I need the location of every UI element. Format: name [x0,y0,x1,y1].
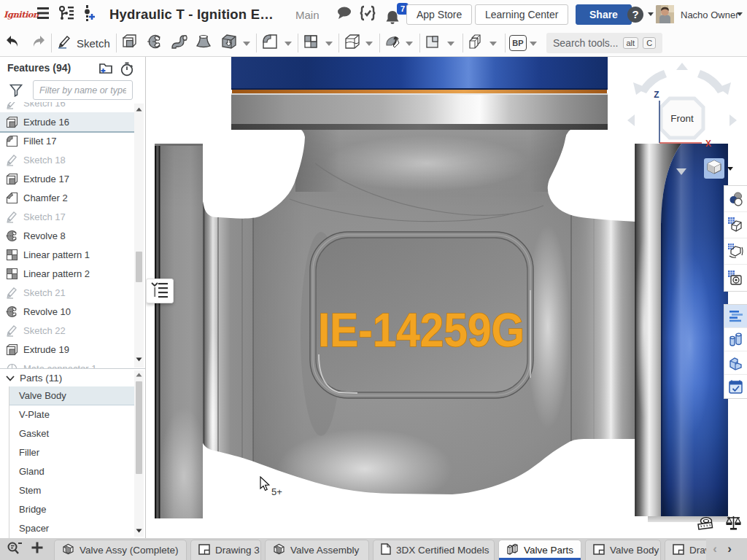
user-menu[interactable]: Nacho Owner [681,9,738,20]
plane-dropdown-caret[interactable] [447,42,454,46]
feature-row[interactable]: Chamfer 2 [0,188,134,207]
derived-dropdown-caret[interactable] [489,42,497,46]
element-tab[interactable]: Valve Assembly [265,540,369,560]
thicken-dropdown-caret[interactable] [243,42,250,46]
parts-scrollbar-thumb[interactable] [136,381,142,474]
part-row[interactable]: Valve Body [9,386,134,405]
rotate-right-arrow[interactable] [729,114,737,126]
part-row[interactable]: Stem [9,481,134,500]
sketch-button[interactable]: Sketch [58,32,110,54]
appearance-states-button[interactable] [724,186,747,212]
element-tab[interactable]: Drawing 3 [190,540,261,560]
feature-row[interactable]: Extrude 19 [0,340,134,359]
tab-manager-button[interactable] [4,540,23,559]
notifications-button[interactable]: 7 [384,5,402,26]
element-tab[interactable]: 3DX Certified Models [373,540,495,560]
undo-button[interactable] [4,32,20,54]
element-tab[interactable]: Draw [665,540,706,560]
rotate-cw-arc[interactable] [697,70,731,95]
gasket-orange-band[interactable] [232,90,607,93]
features-scrollbar[interactable] [134,104,144,368]
part-row[interactable]: V-Plate [9,405,134,424]
search-tools-box[interactable]: Search tools... alt C [546,33,662,53]
document-menu-button[interactable] [35,5,53,24]
part-row[interactable]: Gasket [9,424,134,443]
bonnet-flange-band[interactable] [231,93,608,125]
left-flange[interactable] [155,144,209,538]
derived-tool-button[interactable] [468,32,484,54]
learning-center-button[interactable]: Learning Center [475,4,568,25]
revolve-tool-button[interactable] [147,32,163,54]
fillet-dropdown-caret[interactable] [285,42,292,46]
feature-row[interactable]: Sketch 17 [0,207,134,226]
features-scroll-up-icon[interactable] [136,106,142,113]
custom-feature-dropdown-caret[interactable] [530,42,537,46]
part-studio-panel-button[interactable] [724,351,747,375]
feature-row[interactable]: Sketch 16 [0,102,134,112]
features-scrollbar-thumb[interactable] [136,252,142,282]
element-tab[interactable]: Valve Parts [498,540,581,560]
part-row[interactable]: Filler [9,443,134,462]
view-cube-button[interactable] [704,158,724,179]
help-caret-icon[interactable] [648,12,654,16]
configurations-button[interactable] [724,212,747,238]
release-management-button[interactable] [724,375,747,398]
view-cube-dropdown-caret[interactable] [727,167,733,171]
feature-row[interactable]: Linear pattern 2 [0,264,134,283]
tab-scroll-right-button[interactable]: › [722,542,737,556]
part-row[interactable]: Bridge [9,500,134,519]
user-caret-icon[interactable] [737,12,743,16]
feature-row[interactable]: Sketch 22 [0,321,134,340]
move-face-dropdown-caret[interactable] [406,42,413,46]
move-face-tool-button[interactable] [384,32,401,54]
named-views-button[interactable] [724,265,747,291]
split-dropdown-caret[interactable] [365,42,373,46]
rotate-left-arrow[interactable] [627,114,635,126]
rotate-ccw-arc[interactable] [633,70,667,95]
bonnet-blue-band[interactable] [231,57,608,89]
feature-row[interactable]: Sketch 21 [0,283,134,302]
parts-scroll-up-icon[interactable] [136,372,142,378]
parts-header[interactable]: Parts (11) [0,369,145,386]
thicken-tool-button[interactable] [221,32,238,54]
create-version-button[interactable] [80,5,98,24]
feature-row[interactable]: Revolve 10 [0,302,134,321]
filter-input[interactable] [33,80,133,100]
part-row[interactable]: Gland [9,462,134,481]
hide-arrow-icon[interactable] [676,168,686,175]
app-store-button[interactable]: App Store [406,4,472,25]
custom-feature-button[interactable]: BP [509,32,527,54]
sweep-tool-button[interactable] [171,32,188,54]
fillet-tool-button[interactable] [262,32,278,54]
view-orientation-widget[interactable]: Front Z X [619,61,743,156]
plane-tool-button[interactable] [425,32,441,54]
feature-list-flyout-button[interactable] [146,279,174,303]
featurescript-notices-button[interactable] [359,5,376,24]
avatar[interactable] [656,5,675,24]
redo-button[interactable] [31,32,47,54]
display-states-button[interactable] [724,238,747,265]
parts-scroll-down-icon[interactable] [136,528,142,534]
feature-list-panel-button[interactable] [724,305,747,328]
loft-tool-button[interactable] [196,32,212,54]
graphics-viewport[interactable]: IE-14259G [146,57,747,538]
feature-row[interactable]: Mate connector 1 [0,359,134,368]
add-folder-button[interactable] [99,62,114,76]
comments-button[interactable] [336,5,353,24]
split-tool-button[interactable] [344,32,360,54]
feature-row[interactable]: Fillet 17 [0,131,134,150]
tab-scroll-left-button[interactable]: ‹ [708,542,722,556]
feature-row[interactable]: Extrude 16 [0,112,134,131]
nameplate-pad[interactable]: IE-14259G [310,232,533,398]
mass-properties-button[interactable] [725,515,742,534]
document-title[interactable]: Hydraulic T - Ignition E… [109,7,274,23]
part-row[interactable]: Spacer [9,519,134,538]
measure-tool-button[interactable] [697,516,714,534]
feature-row[interactable]: Revolve 8 [0,226,134,245]
feature-row[interactable]: Linear pattern 1 [0,245,134,264]
element-tab[interactable]: Valve Body [585,540,661,560]
insert-tab-button[interactable] [28,540,47,559]
features-scroll-down-icon[interactable] [136,357,142,363]
feature-statistics-button[interactable] [120,62,134,76]
parts-scrollbar[interactable] [134,370,144,537]
